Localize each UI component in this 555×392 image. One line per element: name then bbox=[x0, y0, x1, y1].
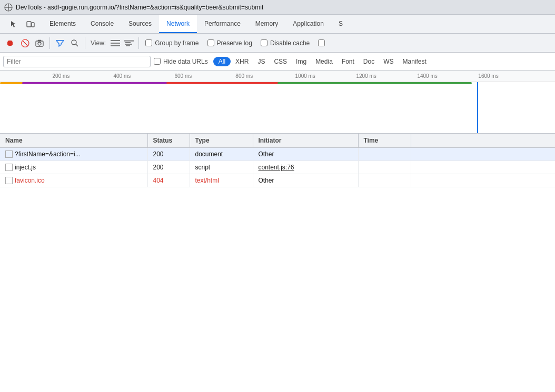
filter-input[interactable] bbox=[3, 56, 151, 67]
svg-rect-3 bbox=[27, 22, 31, 27]
file-icon bbox=[5, 177, 13, 184]
view-label: View: bbox=[91, 39, 106, 47]
initiator-link[interactable]: content.js:76 bbox=[259, 164, 294, 171]
cell-type: script bbox=[190, 161, 253, 174]
svg-rect-12 bbox=[124, 40, 134, 42]
tab-console[interactable]: Console bbox=[83, 15, 121, 33]
timeline-bars[interactable] bbox=[0, 82, 555, 134]
type-btn-media[interactable]: Media bbox=[311, 57, 337, 66]
ruler-tick: 600 ms bbox=[174, 73, 192, 79]
toolbar-divider-1 bbox=[49, 37, 50, 49]
search-button[interactable] bbox=[68, 36, 82, 50]
type-btn-manifest[interactable]: Manifest bbox=[399, 57, 431, 66]
network-table-wrapper: Name Status Type Initiator Time ?firstNa… bbox=[0, 134, 555, 373]
tab-application[interactable]: Application bbox=[285, 15, 331, 33]
timeline-container: 200 ms400 ms600 ms800 ms1000 ms1200 ms14… bbox=[0, 71, 555, 134]
view-waterfall-button[interactable] bbox=[123, 37, 135, 49]
toolbar-divider-2 bbox=[85, 37, 85, 49]
ruler-tick: 200 ms bbox=[53, 73, 70, 79]
tab-performance[interactable]: Performance bbox=[197, 15, 248, 33]
cell-name[interactable]: favicon.ico bbox=[0, 174, 147, 187]
cell-initiator[interactable]: content.js:76 bbox=[253, 161, 358, 174]
timeline-color-bar bbox=[278, 82, 472, 84]
title-bar: DevTools - asdf-gugie.run.goorm.io/?firs… bbox=[0, 0, 555, 15]
type-btn-xhr[interactable]: XHR bbox=[231, 57, 253, 66]
clear-button[interactable]: 🚫 bbox=[18, 36, 32, 50]
cell-name[interactable]: ?firstName=&action=i... bbox=[0, 148, 147, 161]
cell-initiator: Other bbox=[253, 174, 358, 187]
type-btn-css[interactable]: CSS bbox=[270, 57, 291, 66]
hide-data-urls-checkbox[interactable] bbox=[154, 58, 161, 65]
row-name: inject.js bbox=[15, 164, 36, 171]
cell-status: 200 bbox=[147, 148, 190, 161]
type-btn-js[interactable]: JS bbox=[253, 57, 269, 66]
group-by-frame-label[interactable]: Group by frame bbox=[145, 39, 199, 47]
table-row[interactable]: favicon.ico404text/htmlOther bbox=[0, 174, 555, 187]
preserve-log-label[interactable]: Preserve log bbox=[207, 39, 252, 47]
view-list-button[interactable] bbox=[109, 37, 122, 49]
device-toggle-icon[interactable] bbox=[23, 17, 38, 32]
tab-network[interactable]: Network bbox=[159, 15, 197, 33]
svg-rect-4 bbox=[32, 23, 34, 27]
table-body: ?firstName=&action=i...200documentOtheri… bbox=[0, 148, 555, 187]
col-header-name[interactable]: Name bbox=[0, 134, 147, 148]
cell-waterfall bbox=[411, 174, 555, 187]
cell-type: document bbox=[190, 148, 253, 161]
disable-cache-label[interactable]: Disable cache bbox=[261, 39, 310, 47]
col-header-status[interactable]: Status bbox=[147, 134, 190, 148]
col-header-rest bbox=[411, 134, 555, 148]
ruler-tick: 1400 ms bbox=[417, 73, 437, 79]
table-row[interactable]: inject.js200scriptcontent.js:76 bbox=[0, 161, 555, 174]
group-by-frame-checkbox[interactable] bbox=[145, 39, 152, 46]
tab-elements[interactable]: Elements bbox=[42, 15, 83, 33]
cell-time bbox=[358, 174, 411, 187]
filter-button[interactable] bbox=[53, 36, 67, 50]
type-btn-all[interactable]: All bbox=[213, 57, 231, 66]
ruler-tick: 400 ms bbox=[113, 73, 131, 79]
network-table: Name Status Type Initiator Time ?firstNa… bbox=[0, 134, 555, 187]
cell-waterfall bbox=[411, 161, 555, 174]
cell-waterfall bbox=[411, 148, 555, 161]
cell-type: text/html bbox=[190, 174, 253, 187]
svg-rect-15 bbox=[126, 45, 130, 46]
svg-point-7 bbox=[72, 40, 76, 45]
svg-rect-14 bbox=[125, 44, 132, 45]
cell-initiator: Other bbox=[253, 148, 358, 161]
col-header-initiator[interactable]: Initiator bbox=[253, 134, 358, 148]
col-header-time[interactable]: Time bbox=[358, 134, 411, 148]
cursor-icon[interactable] bbox=[6, 17, 21, 32]
col-header-type[interactable]: Type bbox=[190, 134, 253, 148]
type-btn-img[interactable]: Img bbox=[292, 57, 311, 66]
row-name: ?firstName=&action=i... bbox=[15, 150, 81, 158]
svg-line-8 bbox=[76, 44, 78, 46]
filter-bar: Hide data URLs All XHR JS CSS Img Media … bbox=[0, 53, 555, 71]
type-btn-doc[interactable]: Doc bbox=[359, 57, 379, 66]
type-btn-ws[interactable]: WS bbox=[379, 57, 398, 66]
svg-point-6 bbox=[38, 42, 41, 45]
cell-name[interactable]: inject.js bbox=[0, 161, 147, 174]
table-row[interactable]: ?firstName=&action=i...200documentOther bbox=[0, 148, 555, 161]
offline-checkbox[interactable] bbox=[318, 39, 325, 46]
tab-icon-group bbox=[2, 15, 42, 33]
svg-rect-13 bbox=[125, 42, 131, 43]
cell-status: 200 bbox=[147, 161, 190, 174]
timeline-blue-line bbox=[477, 82, 478, 134]
type-filter-buttons: All XHR JS CSS Img Media Font Doc WS Man… bbox=[213, 57, 431, 66]
tab-memory[interactable]: Memory bbox=[248, 15, 285, 33]
main-tabs: Elements Console Sources Network Perform… bbox=[0, 15, 555, 34]
title-bar-text: DevTools - asdf-gugie.run.goorm.io/?firs… bbox=[16, 4, 263, 11]
ruler-tick: 1600 ms bbox=[478, 73, 498, 79]
cell-time bbox=[358, 161, 411, 174]
preserve-log-checkbox[interactable] bbox=[207, 39, 214, 46]
network-toolbar: ⏺ 🚫 View: bbox=[0, 34, 555, 53]
timeline-ruler: 200 ms400 ms600 ms800 ms1000 ms1200 ms14… bbox=[0, 71, 555, 82]
record-button[interactable]: ⏺ bbox=[3, 36, 17, 50]
type-btn-font[interactable]: Font bbox=[338, 57, 359, 66]
ruler-tick: 800 ms bbox=[235, 73, 253, 79]
screenshot-button[interactable] bbox=[33, 36, 46, 50]
disable-cache-checkbox[interactable] bbox=[261, 39, 267, 46]
cell-time bbox=[358, 148, 411, 161]
tab-security[interactable]: S bbox=[331, 15, 350, 33]
hide-data-urls-label[interactable]: Hide data URLs bbox=[154, 58, 208, 65]
tab-sources[interactable]: Sources bbox=[121, 15, 159, 33]
